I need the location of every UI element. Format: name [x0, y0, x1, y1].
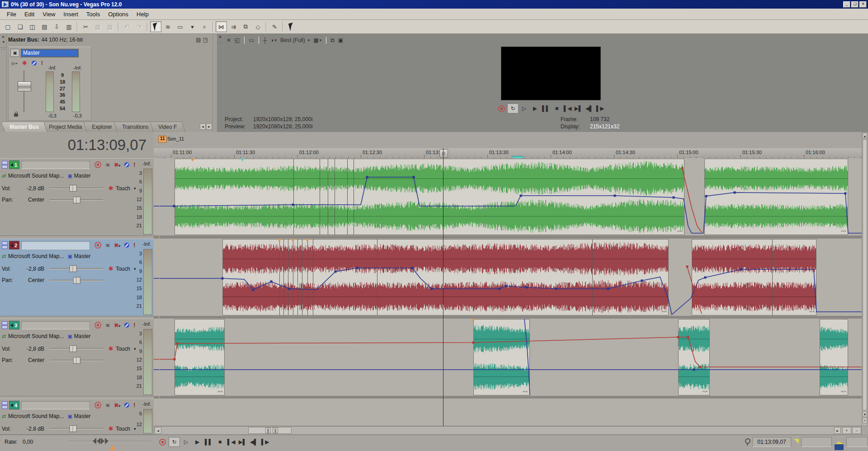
h-scrollbar[interactable]: ◂∥∥▸+− — [154, 426, 862, 435]
pencil-tool-button[interactable]: ✎ — [269, 21, 280, 32]
selection-start-box[interactable] — [801, 437, 832, 447]
ripple-edits-button[interactable]: ⇉ — [228, 21, 239, 32]
track-name-field[interactable] — [21, 161, 90, 169]
open-button[interactable]: ❏ — [14, 21, 26, 32]
pan-slider-thumb[interactable] — [73, 277, 80, 284]
volume-slider-thumb[interactable] — [70, 265, 77, 272]
marker-bar[interactable]: 11Son_11 — [154, 132, 862, 148]
tab-scroll-left[interactable]: ◂ — [200, 123, 206, 130]
solo-button[interactable] — [124, 403, 129, 408]
playback-cursor[interactable] — [443, 148, 443, 426]
bus-assign-icon[interactable]: ▣ — [67, 173, 72, 179]
preview-go-to-start-button[interactable]: ▌◀ — [562, 104, 573, 113]
stop-button[interactable]: ■ — [215, 437, 225, 446]
volume-slider[interactable] — [50, 348, 103, 349]
v-scroll-down-arrow[interactable]: ▾ — [863, 411, 867, 417]
copy-button[interactable]: ▧ — [92, 21, 104, 32]
preview-stop-button[interactable]: ■ — [552, 104, 562, 113]
mute-button[interactable]: ✖▾ — [114, 162, 120, 168]
ignore-event-grouping-button[interactable]: ◇ — [252, 21, 264, 32]
h-scroll-thumb-grip-right[interactable]: ∥ — [273, 428, 278, 433]
track-input-icon[interactable]: ⇄ — [2, 253, 6, 259]
split-screen-button[interactable]: ◑▾ — [269, 36, 278, 45]
track-fx-button[interactable]: ≋ — [105, 242, 110, 249]
edit-details-button[interactable]: ▥ — [63, 21, 75, 32]
track-header-3[interactable]: 3≋✖▾!-Inf.⇄Microsoft Sound Map...▣Master… — [0, 319, 154, 396]
undo-button[interactable]: ↶ — [121, 21, 132, 32]
undock-preview-button[interactable]: ◱ — [233, 36, 241, 45]
lock-envelopes-button[interactable]: ⧉ — [240, 21, 251, 32]
minimize-track-icon[interactable] — [2, 321, 8, 325]
automation-mode-icon[interactable]: ✱ — [108, 265, 113, 272]
preview-pause-button[interactable]: ▌▌ — [541, 104, 551, 113]
restore-track-icon[interactable] — [2, 245, 8, 249]
normal-edit-tool-button[interactable] — [150, 21, 161, 32]
track-name-field[interactable] — [21, 321, 90, 329]
volume-slider-thumb[interactable] — [70, 425, 77, 432]
preview-next-frame-button[interactable]: ▌▶ — [595, 104, 605, 113]
selection-end-box[interactable] — [846, 437, 868, 447]
pan-slider[interactable] — [50, 199, 103, 201]
track-name-field[interactable] — [21, 241, 90, 249]
track-number-chip[interactable]: 2 — [9, 241, 19, 249]
menu-file[interactable]: File — [3, 9, 20, 19]
rate-slider-rail[interactable] — [68, 441, 151, 442]
zoom-out-button[interactable]: − — [852, 427, 861, 434]
automation-mode[interactable]: Touch — [116, 346, 130, 352]
tab-scroll-right[interactable]: ▸ — [206, 123, 212, 130]
tab-video-f[interactable]: Video F — [150, 122, 185, 132]
mute-button[interactable]: ✖▾ — [114, 402, 120, 409]
menu-options[interactable]: Options — [104, 9, 132, 19]
track-lane-1[interactable] — [154, 158, 862, 236]
preview-previous-frame-button[interactable]: ◀▌ — [584, 104, 594, 113]
master-fader-thumb[interactable] — [18, 81, 31, 91]
track-header-4[interactable]: 4≋✖▾!-Inf.⇄Microsoft Sound Map...▣Master… — [0, 399, 154, 435]
marker-flag[interactable]: 11 — [158, 136, 167, 143]
track-header-1[interactable]: 1≋✖▾!-Inf.⇄Microsoft Sound Map...▣Master… — [0, 158, 154, 236]
play-from-start-button[interactable]: ▷ — [181, 437, 191, 446]
close-preview-button[interactable]: ✕ — [225, 36, 232, 45]
record-arm-button[interactable] — [94, 242, 101, 249]
track-input-icon[interactable]: ⇄ — [2, 333, 6, 339]
track-lane-3[interactable] — [154, 319, 862, 396]
v-scroll-thumb[interactable] — [863, 139, 867, 410]
go-to-end-button[interactable]: ▶▌ — [237, 437, 248, 446]
automation-mode[interactable]: Touch — [116, 426, 130, 432]
automation-mode[interactable]: Touch — [116, 266, 130, 272]
pan-slider-thumb[interactable] — [73, 197, 80, 203]
pause-button[interactable]: ▌▌ — [203, 437, 214, 446]
track-input-icon[interactable]: ⇄ — [2, 173, 6, 179]
next-frame-button[interactable]: ▌▶ — [260, 437, 270, 446]
loop-playback-button[interactable]: ↻ — [169, 437, 180, 447]
menu-edit[interactable]: Edit — [20, 9, 38, 19]
whats-this-help-button[interactable] — [286, 21, 297, 32]
preview-record-button[interactable] — [496, 104, 507, 113]
volume-slider[interactable] — [50, 268, 103, 269]
track-lane-4[interactable] — [154, 399, 862, 426]
save-button[interactable]: ◫ — [27, 21, 38, 32]
solo-button[interactable] — [124, 323, 129, 328]
mute-button[interactable]: ✖▾ — [114, 322, 120, 329]
mute-icon[interactable] — [32, 61, 37, 66]
mute-button[interactable]: ✖▾ — [114, 242, 120, 249]
preview-loop-playback-button[interactable]: ↻ — [507, 103, 519, 113]
menu-tools[interactable]: Tools — [82, 9, 104, 19]
automation-settings-icon[interactable]: ✱ — [22, 60, 27, 66]
record-arm-button[interactable] — [94, 322, 101, 329]
time-display[interactable]: 01:13:09,07 — [0, 132, 154, 158]
video-output-fx-button[interactable]: ┼ — [262, 36, 269, 45]
minimize-button[interactable]: _ — [843, 1, 850, 8]
track-size-buttons[interactable] — [2, 401, 8, 409]
record-arm-button[interactable] — [94, 402, 101, 409]
go-to-start-button[interactable]: ▌◀ — [226, 437, 236, 446]
v-scroll-up-arrow[interactable]: ▴ — [863, 133, 867, 139]
dropdown-arrow-icon[interactable]: ▾ — [134, 427, 136, 431]
volume-slider[interactable] — [50, 188, 103, 189]
external-monitor-button[interactable]: ▭ — [247, 36, 255, 45]
automation-mode-icon[interactable]: ✱ — [108, 425, 113, 432]
save-snapshot-button[interactable]: ▣ — [337, 36, 344, 45]
minimize-track-icon[interactable] — [2, 401, 8, 405]
rate-shuttle-control[interactable] — [93, 438, 108, 444]
play-button[interactable]: ▶ — [192, 437, 203, 446]
zoom-edit-tool-button[interactable]: ⌕ — [199, 21, 210, 32]
